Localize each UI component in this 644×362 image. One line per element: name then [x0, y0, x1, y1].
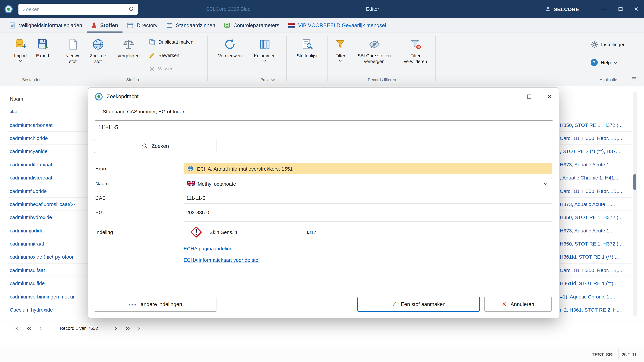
- dialog-maximize-button[interactable]: [523, 90, 535, 103]
- substance-name[interactable]: cadmiumdistearaat: [10, 175, 52, 181]
- minimize-button[interactable]: [597, 0, 612, 18]
- fast-backward-button[interactable]: [24, 324, 34, 333]
- database-import-icon: [14, 37, 27, 52]
- filter-verwijderen-button[interactable]: Filter verwijderen: [399, 37, 432, 64]
- dialog-search-button[interactable]: Zoeken: [94, 139, 216, 153]
- substance-name[interactable]: cadmiumverbindingen met ui: [10, 294, 74, 299]
- tab-stoffen[interactable]: Stoffen: [86, 18, 122, 32]
- echa-indeling-link[interactable]: ECHA pagina indeling: [184, 246, 232, 251]
- version-label: 25.2.11: [622, 347, 637, 362]
- substance-name[interactable]: Caesium hydroxide: [10, 307, 53, 313]
- nieuwe-stof-button[interactable]: Nieuwe stof: [63, 37, 82, 64]
- uk-flag-icon: [187, 181, 195, 186]
- substance-classification: H350, STOT RE 1, H372 (...: [560, 214, 631, 220]
- cas-field[interactable]: 111-11-5: [184, 192, 552, 204]
- vertical-scrollbar[interactable]: [633, 92, 636, 316]
- instellingen-button[interactable]: Instellingen: [591, 41, 626, 48]
- stoffenlijst-button[interactable]: Stoffenlijst: [292, 37, 322, 59]
- een-stof-aanmaken-button[interactable]: ✓ Een stof aanmaken: [358, 297, 480, 312]
- substance-name[interactable]: cadmiumchloride: [10, 135, 48, 141]
- substance-name[interactable]: cadmiumcyanide: [10, 149, 48, 154]
- bron-field[interactable]: ECHA, Aantal informatieverstrekkers: 155…: [184, 163, 552, 174]
- import-button[interactable]: Import: [10, 37, 31, 62]
- search-icon: [142, 143, 148, 149]
- query-input[interactable]: [95, 120, 553, 134]
- control-parameter-icon: [224, 22, 230, 28]
- substance-name[interactable]: cadmiumjodide: [10, 228, 44, 233]
- statusbar-divider: [618, 349, 619, 360]
- substance-name[interactable]: cadmiumoxide (niet-pyrofoor: [10, 254, 74, 260]
- sblcore-stoffen-verbergen-button[interactable]: SBLCore stoffen verbergen: [354, 37, 395, 64]
- scrollbar-thumb[interactable]: [633, 174, 636, 190]
- tab-directory[interactable]: Directory: [122, 18, 162, 32]
- help-button[interactable]: ? Help: [591, 59, 617, 66]
- wissen-button[interactable]: Wissen: [149, 64, 174, 74]
- naam-dropdown[interactable]: Methyl octanoate: [184, 178, 552, 189]
- substance-name[interactable]: cadmiumhydroxide: [10, 214, 52, 220]
- bewerken-button[interactable]: Bewerken: [149, 50, 179, 60]
- substance-name[interactable]: cadmiumsulfaat: [10, 267, 45, 273]
- close-button[interactable]: ✕: [628, 0, 644, 18]
- zoek-de-stof-button[interactable]: Zoek de stof: [88, 37, 108, 64]
- global-search-box[interactable]: [18, 3, 138, 14]
- ribbon: Import Export Bestanden Nieuwe stof Zoek…: [0, 33, 644, 85]
- ribbon-options-icon[interactable]: [631, 77, 636, 81]
- chevron-down-icon: [338, 60, 342, 62]
- document-search-icon: [301, 37, 313, 52]
- substance-name[interactable]: cadmiumnitraat: [10, 241, 44, 246]
- eg-field[interactable]: 203-835-0: [184, 207, 552, 218]
- tab-standaardzinnen[interactable]: Standaardzinnen: [162, 18, 220, 32]
- duplicaat-maken-button[interactable]: Duplicaat maken: [149, 37, 194, 47]
- columns-icon: [259, 37, 271, 52]
- next-record-button[interactable]: [111, 324, 120, 333]
- chevron-down-icon[interactable]: [544, 183, 548, 185]
- tab-veiligheidsinformatiebladen[interactable]: Veiligheidsinformatiebladen: [5, 18, 86, 32]
- ellipsis-dots-icon: ●●●: [128, 302, 137, 306]
- hazard-code: H317: [304, 221, 316, 243]
- substance-name[interactable]: cadmiumdiformiaat: [10, 162, 52, 168]
- dialog-title: Zoekopdracht: [107, 88, 138, 105]
- substance-name[interactable]: cadmiumcarbonaat: [10, 122, 52, 128]
- card-lines-icon: [166, 22, 173, 29]
- annuleren-button[interactable]: ✕ Annuleren: [484, 297, 552, 312]
- duplicate-icon: [149, 38, 156, 45]
- andere-indelingen-button[interactable]: ●●● andere indelingen: [94, 297, 216, 312]
- search-icon[interactable]: [128, 6, 135, 12]
- tab-label: Stoffen: [100, 22, 118, 28]
- global-search-input[interactable]: [18, 3, 122, 14]
- previous-record-button[interactable]: [36, 324, 46, 333]
- maximize-button[interactable]: [612, 0, 628, 18]
- tab-vib-voorbeeld-document[interactable]: VIB VOORBEELD Gevaarlijk mengsel: [284, 18, 390, 32]
- button-label: Help: [601, 60, 611, 65]
- substance-classification: , Aquatic Chronic 1, H41...: [560, 175, 631, 181]
- refresh-icon: [224, 37, 236, 52]
- dialog-close-button[interactable]: ✕: [544, 90, 556, 103]
- naam-value: Methyl octanoate: [198, 181, 236, 186]
- echa-infokaart-link[interactable]: ECHA informatiekaart voor de stof: [184, 257, 260, 263]
- button-label: Wissen: [158, 66, 174, 71]
- button-label: Vergelijken: [118, 53, 140, 59]
- eg-label: EG: [95, 207, 102, 218]
- text-filter-abc-icon: abc: [10, 109, 16, 114]
- funnel-remove-icon: [410, 37, 421, 52]
- table-grid-icon: [127, 22, 134, 29]
- vergelijken-button[interactable]: Vergelijken: [113, 37, 144, 59]
- group-label-preview: Preview: [260, 77, 274, 82]
- substance-name[interactable]: cadmiumhexafluorosilicaat(2-: [10, 201, 75, 207]
- last-record-button[interactable]: [135, 324, 144, 333]
- first-record-button[interactable]: [12, 324, 21, 333]
- kolommen-button[interactable]: Kolommen: [251, 37, 278, 62]
- titlebar: SBLCore 2025 Blue Editor SBLCORE ✕: [0, 0, 644, 18]
- user-menu[interactable]: SBLCORE: [544, 0, 579, 18]
- substance-classification: H361fd, STOT RE 1 (**),...: [560, 254, 631, 260]
- vernieuwen-button[interactable]: Vernieuwen: [214, 37, 245, 59]
- export-button[interactable]: Export: [32, 37, 53, 59]
- substance-name[interactable]: cadmiumsulfide: [10, 281, 45, 286]
- substance-classification: H373, Aquatic Acute 1,...: [560, 201, 631, 207]
- naam-label: Naam: [95, 178, 109, 189]
- filter-button[interactable]: Filter: [332, 37, 349, 62]
- substance-name[interactable]: cadmiumfluoride: [10, 188, 47, 194]
- button-label: Nieuwe stof: [63, 53, 82, 64]
- fast-forward-button[interactable]: [123, 324, 132, 333]
- tab-controleparameters[interactable]: Controleparameters: [220, 18, 284, 32]
